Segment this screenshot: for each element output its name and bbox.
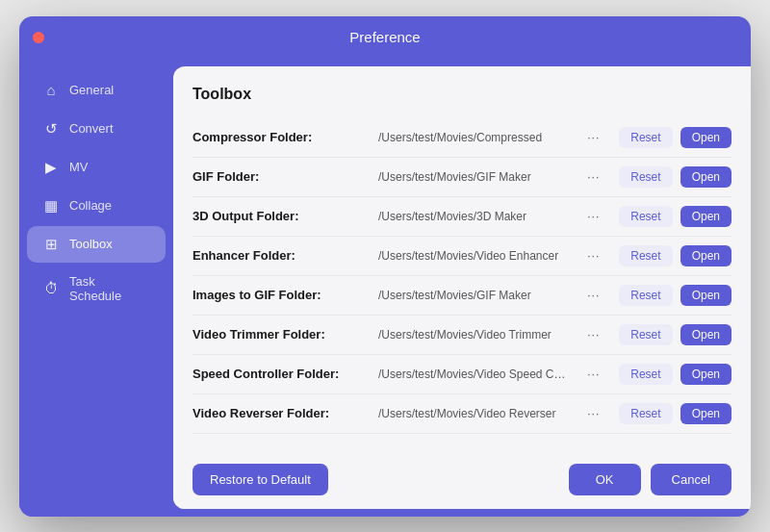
sidebar-item-label-collage: Collage: [69, 198, 112, 213]
content-area: Toolbox Compressor Folder:/Users/test/Mo…: [173, 66, 751, 452]
folder-path: /Users/test/Movies/Compressed: [378, 131, 568, 144]
open-button[interactable]: Open: [680, 403, 732, 424]
reset-button[interactable]: Reset: [619, 206, 672, 227]
more-options-button[interactable]: ···: [576, 285, 611, 306]
folder-row: Video Trimmer Folder:/Users/test/Movies/…: [192, 316, 732, 355]
folder-label: Speed Controller Folder:: [192, 367, 371, 381]
sidebar-item-label-general: General: [69, 83, 114, 97]
open-button[interactable]: Open: [680, 245, 732, 266]
section-title: Toolbox: [192, 86, 732, 103]
folder-path: /Users/test/Movies/Video Speed Controlle…: [378, 367, 568, 381]
folder-path: /Users/test/Movies/GIF Maker: [378, 170, 568, 184]
sidebar-item-mv[interactable]: ▶MV: [27, 149, 166, 186]
sidebar-item-label-task-schedule: Task Schedule: [69, 274, 150, 303]
folder-label: Images to GIF Folder:: [192, 288, 371, 302]
open-button[interactable]: Open: [680, 285, 732, 306]
reset-button[interactable]: Reset: [619, 403, 672, 424]
sidebar-item-collage[interactable]: ▦Collage: [27, 188, 166, 224]
more-options-button[interactable]: ···: [576, 166, 611, 188]
main-content: Toolbox Compressor Folder:/Users/test/Mo…: [173, 66, 751, 509]
open-button[interactable]: Open: [680, 166, 732, 188]
reset-button[interactable]: Reset: [619, 285, 672, 306]
folder-label: GIF Folder:: [192, 169, 371, 184]
general-icon: ⌂: [42, 82, 60, 99]
more-options-button[interactable]: ···: [576, 127, 611, 148]
reset-button[interactable]: Reset: [619, 364, 672, 385]
more-options-button[interactable]: ···: [576, 324, 611, 345]
folder-row: Images to GIF Folder:/Users/test/Movies/…: [192, 276, 732, 316]
footer: Restore to Default OK Cancel: [173, 452, 751, 509]
ok-button[interactable]: OK: [569, 464, 641, 495]
folder-row: 3D Output Folder:/Users/test/Movies/3D M…: [192, 197, 732, 237]
folder-row: Video Rotator Folder:/Users/test/Movies/…: [192, 434, 732, 443]
traffic-lights: [33, 32, 44, 43]
more-options-button[interactable]: ···: [576, 403, 611, 424]
reset-button[interactable]: Reset: [619, 324, 672, 345]
folder-label: Compressor Folder:: [192, 130, 371, 144]
folder-row: Enhancer Folder:/Users/test/Movies/Video…: [192, 237, 732, 276]
folder-path: /Users/test/Movies/Video Enhancer: [378, 249, 568, 263]
collage-icon: ▦: [42, 197, 60, 215]
sidebar-item-general[interactable]: ⌂General: [27, 72, 166, 109]
convert-icon: ↺: [42, 120, 60, 138]
close-button[interactable]: [33, 32, 44, 43]
reset-button[interactable]: Reset: [619, 166, 672, 188]
more-options-button[interactable]: ···: [576, 364, 611, 385]
folder-row: Compressor Folder:/Users/test/Movies/Com…: [192, 118, 732, 158]
folder-path: /Users/test/Movies/Video Reverser: [378, 407, 568, 420]
reset-button[interactable]: Reset: [619, 127, 672, 148]
sidebar-item-label-convert: Convert: [69, 121, 114, 136]
folder-path: /Users/test/Movies/Video Trimmer: [378, 328, 568, 342]
sidebar-item-convert[interactable]: ↺Convert: [27, 111, 166, 147]
cancel-button[interactable]: Cancel: [651, 464, 732, 495]
open-button[interactable]: Open: [680, 364, 732, 385]
folder-row: GIF Folder:/Users/test/Movies/GIF Maker·…: [192, 158, 732, 197]
folder-path: /Users/test/Movies/GIF Maker: [378, 289, 568, 302]
mv-icon: ▶: [42, 159, 60, 176]
title-bar: Preference: [19, 16, 751, 59]
folder-row: Video Reverser Folder:/Users/test/Movies…: [192, 394, 732, 434]
window-title: Preference: [349, 29, 420, 45]
footer-right: OK Cancel: [569, 464, 732, 495]
folder-label: 3D Output Folder:: [192, 209, 371, 223]
folder-label: Enhancer Folder:: [192, 248, 371, 263]
folder-path: /Users/test/Movies/3D Maker: [378, 210, 568, 223]
open-button[interactable]: Open: [680, 127, 732, 148]
sidebar-item-task-schedule[interactable]: ⏱Task Schedule: [27, 265, 166, 313]
folder-row: Speed Controller Folder:/Users/test/Movi…: [192, 355, 732, 394]
folder-table: Compressor Folder:/Users/test/Movies/Com…: [192, 118, 732, 443]
window-body: ⌂General↺Convert▶MV▦Collage⊞Toolbox⏱Task…: [19, 59, 751, 517]
task-schedule-icon: ⏱: [42, 280, 60, 297]
restore-default-button[interactable]: Restore to Default: [192, 464, 328, 495]
folder-label: Video Trimmer Folder:: [192, 327, 371, 342]
preference-window: Preference ⌂General↺Convert▶MV▦Collage⊞T…: [19, 16, 751, 517]
toolbox-icon: ⊞: [42, 236, 60, 253]
sidebar-item-toolbox[interactable]: ⊞Toolbox: [27, 226, 166, 263]
sidebar: ⌂General↺Convert▶MV▦Collage⊞Toolbox⏱Task…: [19, 59, 173, 517]
sidebar-item-label-toolbox: Toolbox: [69, 237, 113, 251]
folder-label: Video Reverser Folder:: [192, 406, 371, 420]
reset-button[interactable]: Reset: [619, 245, 672, 266]
sidebar-item-label-mv: MV: [69, 160, 89, 174]
more-options-button[interactable]: ···: [576, 245, 611, 266]
more-options-button[interactable]: ···: [576, 206, 611, 227]
open-button[interactable]: Open: [680, 206, 732, 227]
open-button[interactable]: Open: [680, 324, 732, 345]
